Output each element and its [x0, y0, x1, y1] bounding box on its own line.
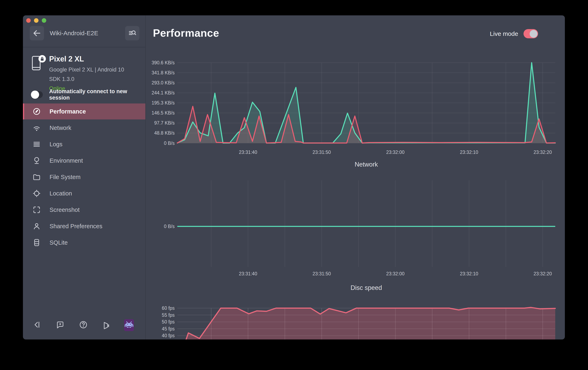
svg-text:23:32:10: 23:32:10	[460, 150, 478, 155]
svg-text:146.5 KB/s: 146.5 KB/s	[151, 110, 175, 116]
sidebar-item-label: SQLite	[50, 239, 68, 246]
sidebar-item-sqlite[interactable]: SQLite	[23, 235, 145, 250]
svg-text:23:31:50: 23:31:50	[313, 271, 331, 276]
device-info: Pixel 2 XL Google Pixel 2 XL | Android 1…	[49, 55, 124, 92]
svg-text:97.7 KB/s: 97.7 KB/s	[154, 120, 175, 126]
sidebar-item-file-system[interactable]: File System	[23, 169, 145, 185]
live-mode-control: Live mode	[490, 29, 538, 38]
svg-text:23:32:00: 23:32:00	[386, 271, 405, 276]
svg-text:Network: Network	[355, 161, 378, 168]
sidebar-item-label: Screenshot	[50, 207, 80, 213]
back-button[interactable]	[30, 26, 44, 40]
collapse-left-icon	[32, 320, 41, 329]
sidebar: Wiki-Android-E2E Pixel 2 XL Google Pixel…	[23, 15, 146, 339]
sidebar-item-label: Environment	[50, 157, 83, 164]
sidebar-item-label: File System	[50, 174, 81, 181]
webcam-icon	[32, 156, 41, 165]
phone-lock-icon	[31, 55, 47, 72]
svg-text:23:31:50: 23:31:50	[313, 150, 331, 155]
live-mode-toggle[interactable]	[524, 29, 538, 38]
auto-connect-toggle[interactable]	[31, 91, 43, 98]
feedback-button[interactable]	[55, 320, 65, 330]
main-content: Performance Live mode 390.6 KB/s341.8 KB…	[146, 15, 565, 339]
search-list-icon	[128, 29, 137, 38]
page-title: Performance	[153, 27, 219, 39]
rate-feedback-icon	[56, 320, 65, 329]
help-icon	[79, 320, 88, 329]
svg-text:23:32:10: 23:32:10	[460, 271, 478, 276]
svg-text:195.3 KB/s: 195.3 KB/s	[151, 100, 175, 106]
session-title: Wiki-Android-E2E	[50, 26, 98, 40]
svg-text:23:31:40: 23:31:40	[239, 150, 257, 155]
device-name: Pixel 2 XL	[49, 55, 124, 63]
sidebar-header: Wiki-Android-E2E	[23, 15, 145, 47]
svg-text:55 fps: 55 fps	[162, 312, 175, 318]
frame-icon	[32, 205, 41, 215]
auto-connect-label: Automatically connect to new session	[49, 90, 145, 99]
changelog-button[interactable]	[102, 320, 111, 330]
live-mode-label: Live mode	[490, 30, 518, 37]
gauge-icon	[32, 107, 41, 116]
sidebar-item-location[interactable]: Location	[23, 185, 145, 201]
fps-chart: 60 fps55 fps50 fps45 fps40 fps	[162, 305, 555, 339]
svg-text:48.8 KB/s: 48.8 KB/s	[154, 130, 175, 136]
lines-icon	[32, 140, 41, 149]
sidebar-item-network[interactable]: Network	[23, 120, 145, 136]
toggle-knob	[530, 30, 537, 38]
sidebar-footer	[23, 319, 145, 331]
sidebar-item-label: Location	[50, 190, 72, 197]
svg-text:23:32:00: 23:32:00	[386, 150, 405, 155]
svg-text:293.0 KB/s: 293.0 KB/s	[151, 80, 175, 86]
performance-charts: 390.6 KB/s341.8 KB/s293.0 KB/s244.1 KB/s…	[146, 44, 565, 339]
megaphone-icon	[102, 320, 111, 329]
svg-text:50 fps: 50 fps	[162, 319, 175, 325]
wifi-icon	[32, 123, 41, 132]
svg-text:244.1 KB/s: 244.1 KB/s	[151, 90, 175, 96]
sidebar-item-label: Performance	[50, 108, 86, 115]
help-button[interactable]	[78, 320, 88, 330]
network-chart: 390.6 KB/s341.8 KB/s293.0 KB/s244.1 KB/s…	[151, 60, 555, 168]
svg-text:Disc speed: Disc speed	[350, 284, 382, 291]
sidebar-item-logs[interactable]: Logs	[23, 136, 145, 152]
arrow-left-icon	[32, 29, 41, 38]
person-icon	[32, 221, 41, 231]
sidebar-item-environment[interactable]: Environment	[23, 153, 145, 169]
sidebar-menu: PerformanceNetworkLogsEnvironmentFile Sy…	[23, 103, 145, 251]
device-icon	[31, 55, 47, 73]
device-model: Google Pixel 2 XL | Android 10	[49, 66, 124, 73]
svg-text:45 fps: 45 fps	[162, 326, 175, 331]
sidebar-item-label: Shared Preferences	[50, 223, 102, 230]
app-logo	[124, 319, 134, 331]
sidebar-item-shared-preferences[interactable]: Shared Preferences	[23, 218, 145, 234]
app-window: Wiki-Android-E2E Pixel 2 XL Google Pixel…	[23, 15, 565, 339]
folder-icon	[32, 172, 41, 182]
collapse-sidebar-button[interactable]	[32, 320, 42, 330]
space-invader-logo-icon	[124, 319, 134, 331]
device-sdk-version: SDK 1.3.0	[49, 76, 124, 82]
auto-connect-row: Automatically connect to new session	[23, 90, 145, 99]
search-logs-button[interactable]	[125, 26, 139, 40]
disc-chart: 0 B/s23:31:4023:31:5023:32:0023:32:1023:…	[164, 180, 555, 291]
svg-text:23:31:40: 23:31:40	[239, 271, 257, 276]
sidebar-item-performance[interactable]: Performance	[23, 103, 145, 120]
sidebar-item-screenshot[interactable]: Screenshot	[23, 202, 145, 218]
crosshair-icon	[32, 189, 41, 198]
svg-text:60 fps: 60 fps	[162, 305, 175, 311]
svg-text:390.6 KB/s: 390.6 KB/s	[151, 60, 175, 65]
database-icon	[32, 238, 41, 247]
sidebar-item-label: Logs	[50, 141, 63, 148]
toggle-knob	[31, 91, 39, 99]
svg-text:23:32:20: 23:32:20	[534, 271, 552, 276]
sidebar-item-label: Network	[50, 125, 71, 131]
svg-text:40 fps: 40 fps	[162, 333, 175, 338]
svg-text:0 B/s: 0 B/s	[164, 224, 175, 229]
svg-text:0 B/s: 0 B/s	[164, 141, 175, 146]
svg-text:23:32:20: 23:32:20	[534, 150, 552, 155]
svg-text:341.8 KB/s: 341.8 KB/s	[151, 70, 175, 76]
